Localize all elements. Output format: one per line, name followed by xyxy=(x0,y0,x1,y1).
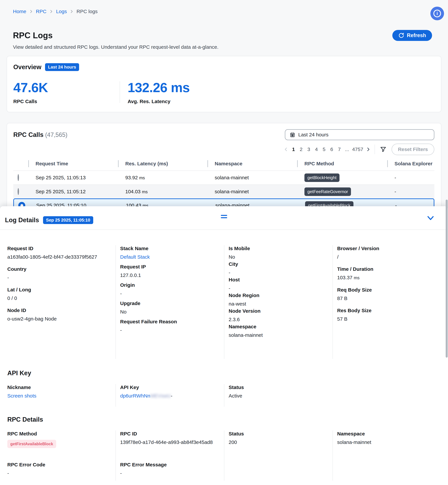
calendar-icon xyxy=(290,132,295,138)
column-header-request-time: Request Time xyxy=(28,160,118,167)
table-row[interactable]: Sep 25 2025, 11:05:12 104.03 ms solana-m… xyxy=(13,184,434,198)
column-header-latency: Res. Latency (ms) xyxy=(118,160,207,167)
table-row[interactable]: Sep 25 2025, 11:05:13 93.92 ms solana-ma… xyxy=(13,171,434,184)
pagination-page-5[interactable]: 5 xyxy=(320,145,328,154)
row-radio[interactable] xyxy=(18,174,19,181)
overview-title: Overview xyxy=(13,64,41,71)
rpc-namespace-value: solana-mainnet xyxy=(337,439,435,445)
log-details-grid: Request IDa163fa00-1805-4ef2-bf47-de3337… xyxy=(7,245,441,359)
breadcrumb-rpc-link[interactable]: RPC xyxy=(36,9,46,14)
api-key-title: API Key xyxy=(7,370,441,377)
info-icon: i xyxy=(433,10,441,17)
request-id-value: a163fa00-1805-4ef2-bf47-de33379f5627 xyxy=(7,254,110,260)
pagination-next-icon[interactable] xyxy=(365,145,372,154)
pagination-page-6[interactable]: 6 xyxy=(328,145,336,154)
row-radio[interactable] xyxy=(18,188,19,195)
stat-avg-latency-value: 132.26 ms xyxy=(128,80,190,95)
pagination: 1 2 3 4 5 6 7 ... 4757 Reset Filters xyxy=(13,144,434,155)
reset-filters-button[interactable]: Reset Filters xyxy=(392,144,434,155)
drag-handle[interactable] xyxy=(221,215,227,218)
api-key-section: API Key Nickname Screen shots API Key dp… xyxy=(7,370,441,407)
rpc-id-value: 139f78e0-a17d-464e-a993-ab84f3e45ad8 xyxy=(120,439,218,445)
breadcrumb-home-link[interactable]: Home xyxy=(13,9,26,14)
log-details-timestamp-badge: Sep 25 2025, 11:05:10 xyxy=(43,216,93,224)
rpc-details-title: RPC Details xyxy=(7,416,441,423)
api-key-link[interactable]: dp6urRWhNnMEVswU xyxy=(120,393,171,399)
pagination-page-4[interactable]: 4 xyxy=(312,145,320,154)
table-header-row: Request Time Res. Latency (ms) Namespace… xyxy=(13,160,434,171)
api-key-status: Active xyxy=(229,393,435,399)
pagination-page-3[interactable]: 3 xyxy=(305,145,312,154)
rpc-details-section: RPC Details RPC Method getFirstAvailable… xyxy=(7,416,441,481)
rpc-calls-count: (47,565) xyxy=(45,132,67,138)
pagination-page-1[interactable]: 1 xyxy=(290,145,297,154)
api-key-nickname-link[interactable]: Screen shots xyxy=(7,393,36,399)
chevron-right-icon xyxy=(49,9,53,14)
details-column-1: Request IDa163fa00-1805-4ef2-bf47-de3337… xyxy=(7,245,116,359)
details-column-3: Is MobileNo City- Host- Node Regionna-we… xyxy=(224,245,333,359)
pagination-page-last[interactable]: 4757 xyxy=(351,145,365,154)
pagination-prev-icon[interactable] xyxy=(282,145,290,154)
page-subtitle: View detailed and structured RPC logs. U… xyxy=(7,44,441,50)
breadcrumb: Home RPC Logs RPC logs xyxy=(13,9,97,14)
method-badge: getFeeRateGovernor xyxy=(304,188,351,196)
overview-timeframe-badge: Last 24 hours xyxy=(45,63,79,71)
log-details-panel: Log Details Sep 25 2025, 11:05:10 Reques… xyxy=(0,206,448,485)
rpc-status-value: 200 xyxy=(229,439,327,445)
column-header-rpc-method: RPC Method xyxy=(297,160,387,167)
breadcrumb-current: RPC logs xyxy=(76,9,97,14)
details-column-2: Stack NameDefault Stack Request IP127.0.… xyxy=(116,245,224,359)
stat-rpc-calls-value: 47.6K xyxy=(13,80,120,95)
refresh-button[interactable]: Refresh xyxy=(392,30,432,41)
rpc-method-badge: getFirstAvailableBlock xyxy=(7,440,56,448)
column-header-namespace: Namespace xyxy=(207,160,297,167)
method-badge: getBlockHeight xyxy=(304,173,339,182)
pagination-page-7[interactable]: 7 xyxy=(336,145,343,154)
pagination-divider xyxy=(375,145,375,154)
overview-card: Overview Last 24 hours 47.6K RPC Calls 1… xyxy=(7,56,441,112)
scrollbar-thumb[interactable] xyxy=(446,200,448,358)
pagination-ellipsis: ... xyxy=(343,145,351,154)
breadcrumb-logs-link[interactable]: Logs xyxy=(56,9,67,14)
stat-avg-latency: 132.26 ms Avg. Res. Latency xyxy=(120,80,190,104)
api-key-blurred: MEVswU xyxy=(150,393,171,399)
stat-rpc-calls: 47.6K RPC Calls xyxy=(13,80,120,104)
stat-rpc-calls-label: RPC Calls xyxy=(13,99,120,104)
refresh-icon xyxy=(398,33,404,38)
pagination-page-2[interactable]: 2 xyxy=(297,145,305,154)
details-column-4: Browser / Version/ Time / Duration103.37… xyxy=(333,245,441,359)
filter-icon[interactable] xyxy=(378,145,388,154)
page-title: RPC Logs xyxy=(13,31,53,40)
log-details-title: Log Details xyxy=(5,217,39,224)
chevron-right-icon xyxy=(70,9,74,14)
stat-avg-latency-label: Avg. Res. Latency xyxy=(128,99,190,104)
info-button[interactable]: i xyxy=(430,7,444,20)
column-header-solana-explorer: Solana Explorer xyxy=(387,160,434,167)
stack-name-link[interactable]: Default Stack xyxy=(120,254,150,260)
chevron-right-icon xyxy=(29,9,33,14)
chevron-down-icon[interactable] xyxy=(427,215,434,222)
date-range-input[interactable]: Last 24 hours xyxy=(285,129,434,140)
rpc-calls-title: RPC Calls(47,565) xyxy=(13,131,67,138)
